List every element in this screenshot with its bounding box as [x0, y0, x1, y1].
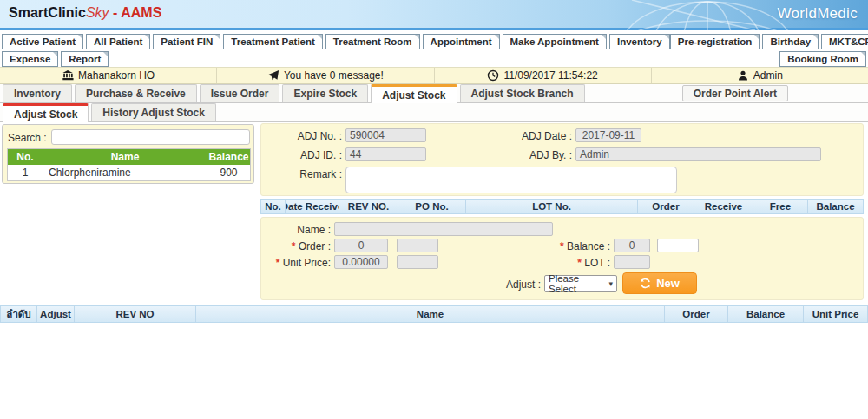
col-balance: Balance — [207, 149, 250, 165]
order-label: * Order : — [261, 240, 331, 252]
menu-treatment-room[interactable]: Treatment Room — [326, 34, 420, 49]
search-label: Search : — [8, 132, 47, 144]
name-label: Name : — [261, 224, 331, 236]
message-text: You have 0 message! — [284, 69, 384, 82]
adjusted-items-table-header: ลำดับ Adjust REV NO Name Order Balance U… — [0, 305, 868, 323]
col-name: Name — [43, 149, 207, 165]
menu-appointment[interactable]: Appointment — [423, 34, 500, 49]
balance-label: * Balance : — [522, 240, 610, 252]
drug-row[interactable]: 1 Chlorpheniramine 900 — [8, 165, 250, 180]
adj-no-label: ADJ No. : — [261, 130, 342, 142]
bot-col-balance: Balance — [728, 306, 804, 322]
recv-col-date-receive: Date Receive — [286, 200, 339, 213]
bot-col-order: Order — [665, 306, 728, 322]
balance-field: 0 — [614, 239, 650, 252]
recv-col-free: Free — [753, 200, 808, 213]
order-extra-field — [397, 239, 438, 252]
recv-col-balance: Balance — [808, 200, 863, 213]
adjust-label: Adjust : — [452, 278, 541, 291]
lot-field — [614, 255, 650, 269]
adj-by-field: Admin — [575, 147, 821, 161]
menu-mkt-crm[interactable]: MKT&CRM — [821, 34, 868, 49]
bank-icon — [62, 69, 74, 82]
name-field — [334, 222, 553, 236]
search-input[interactable] — [51, 129, 250, 145]
menu-report[interactable]: Report — [61, 51, 108, 67]
receive-table-header: No. Date Receive REV NO. PO No. LOT No. … — [260, 199, 864, 214]
adj-id-label: ADJ ID. : — [261, 149, 342, 161]
datetime-text: 11/09/2017 11:54:22 — [503, 69, 597, 82]
user-name: Admin — [753, 69, 783, 82]
menu-group-left-1: Active Patient All Patient Patient FIN T… — [2, 34, 670, 49]
message-plane-icon — [267, 69, 279, 82]
tab-inventory[interactable]: Inventory — [3, 84, 72, 102]
order-field: 0 — [334, 239, 388, 252]
bot-col-rev-no: REV NO — [75, 306, 196, 322]
main-menu: Active Patient All Patient Patient FIN T… — [0, 30, 868, 67]
adjust-stock-page: Search : No. Name Balance 1 Chlorphenira… — [0, 122, 868, 419]
clock-icon — [487, 69, 499, 82]
recv-col-no: No. — [261, 200, 286, 213]
drug-search-panel: Search : No. Name Balance 1 Chlorphenira… — [2, 124, 254, 184]
menu-group-right-2: Booking Room — [779, 51, 866, 67]
remark-textarea[interactable] — [345, 167, 677, 193]
recv-col-po-no: PO No. — [398, 200, 466, 213]
status-message: You have 0 message! — [216, 68, 433, 83]
brand-sky: Sky — [86, 5, 109, 20]
drug-row-balance: 900 — [207, 165, 250, 180]
adj-no-field: 590004 — [345, 128, 426, 142]
remark-label: Remark : — [261, 168, 342, 180]
brand-smartclinic: SmartClinic — [9, 5, 86, 20]
adj-by-label: ADJ By. : — [470, 149, 572, 161]
worldmedic-logo: WorldMedic — [778, 5, 858, 23]
menu-group-right-1: Pre-registration Birthday MKT&CRM Medica… — [670, 34, 868, 49]
chevron-down-icon: ▾ — [608, 279, 613, 288]
inventory-tab-bar: Inventory Purchase & Receive Issue Order… — [0, 84, 868, 103]
tab-adjust-stock-branch[interactable]: Adjust Stock Branch — [460, 84, 585, 102]
menu-pre-registration[interactable]: Pre-registration — [670, 34, 760, 49]
menu-birthday[interactable]: Birthday — [762, 34, 819, 49]
order-point-alert-button[interactable]: Order Point Alert — [682, 85, 788, 101]
menu-all-patient[interactable]: All Patient — [86, 34, 150, 49]
menu-treatment-patient[interactable]: Treatment Patient — [223, 34, 323, 49]
bot-col-seq: ลำดับ — [1, 306, 37, 322]
refresh-icon — [640, 278, 651, 289]
adjust-select-value: Please Select — [549, 273, 608, 294]
adj-date-label: ADJ Date : — [470, 130, 572, 142]
bot-col-name: Name — [196, 306, 665, 322]
bot-col-adjust: Adjust — [37, 306, 75, 322]
menu-group-left-2: Expense Report — [2, 51, 108, 67]
adjustment-header-form: ADJ No. : 590004 ADJ Date : 2017-09-11 A… — [260, 123, 864, 196]
adj-date-field: 2017-09-11 — [575, 128, 641, 142]
status-datetime: 11/09/2017 11:54:22 — [434, 68, 651, 83]
recv-col-order: Order — [638, 200, 694, 213]
recv-col-receive: Receive — [694, 200, 753, 213]
tab-purchase-receive[interactable]: Purchase & Receive — [75, 84, 197, 102]
drug-row-no: 1 — [8, 165, 43, 180]
balance-input[interactable] — [657, 239, 699, 252]
unit-price-extra-field — [397, 255, 438, 269]
bot-col-unit-price: Unit Price — [804, 306, 867, 322]
menu-patient-fin[interactable]: Patient FIN — [153, 34, 220, 49]
subtab-history-adjust-stock[interactable]: History Adjust Stock — [91, 103, 216, 121]
menu-booking-room[interactable]: Booking Room — [779, 51, 866, 67]
subtab-adjust-stock[interactable]: Adjust Stock — [3, 103, 89, 122]
drug-row-name: Chlorpheniramine — [43, 165, 207, 180]
tab-issue-order[interactable]: Issue Order — [200, 84, 280, 102]
menu-inventory[interactable]: Inventory — [609, 34, 670, 49]
tab-adjust-stock[interactable]: Adjust Stock — [371, 84, 457, 103]
branch-name: Mahanakorn HO — [78, 69, 155, 82]
item-adjust-form: Name : * Order : 0 * Balance : 0 * Unit … — [260, 217, 864, 300]
col-no: No. — [8, 149, 43, 165]
tab-expire-stock[interactable]: Expire Stock — [282, 84, 368, 102]
new-button[interactable]: New — [622, 272, 697, 294]
menu-expense[interactable]: Expense — [2, 51, 58, 67]
user-icon — [737, 69, 749, 82]
menu-active-patient[interactable]: Active Patient — [2, 34, 83, 49]
adjust-select[interactable]: Please Select ▾ — [544, 275, 617, 292]
recv-col-rev-no: REV NO. — [339, 200, 398, 213]
drug-table: No. Name Balance 1 Chlorpheniramine 900 — [7, 148, 251, 181]
menu-make-appointment[interactable]: Make Appointment — [503, 34, 607, 49]
adj-id-field: 44 — [345, 147, 426, 161]
app-logo: SmartClinicSky - AAMS — [9, 5, 161, 21]
